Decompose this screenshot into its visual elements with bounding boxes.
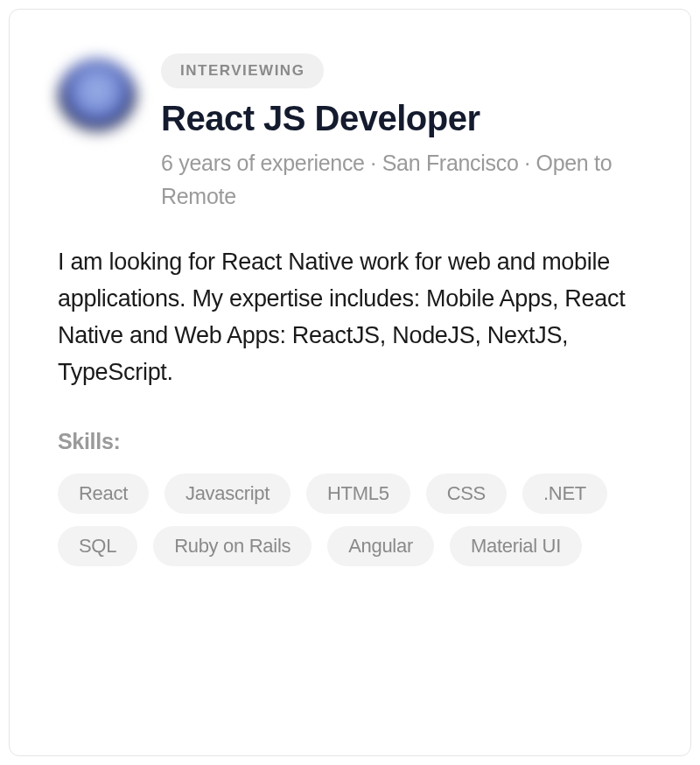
skill-tag: Ruby on Rails [153,526,312,566]
avatar [58,59,136,137]
profile-description: I am looking for React Native work for w… [58,244,642,390]
skills-label: Skills: [58,429,642,454]
status-badge: INTERVIEWING [161,53,324,88]
header-info: INTERVIEWING React JS Developer 6 years … [161,53,642,213]
profile-meta: 6 years of experience ∙ San Francisco ∙ … [161,147,642,213]
profile-title: React JS Developer [161,99,642,138]
profile-header: INTERVIEWING React JS Developer 6 years … [58,53,642,213]
skill-tag: Javascript [164,474,290,514]
skill-tag: React [58,474,149,514]
skills-list: ReactJavascriptHTML5CSS.NETSQLRuby on Ra… [58,474,642,566]
skill-tag: HTML5 [306,474,410,514]
skill-tag: Material UI [450,526,582,566]
skill-tag: SQL [58,526,137,566]
skill-tag: .NET [522,474,607,514]
profile-card: INTERVIEWING React JS Developer 6 years … [9,9,691,756]
skill-tag: Angular [327,526,434,566]
skill-tag: CSS [426,474,507,514]
